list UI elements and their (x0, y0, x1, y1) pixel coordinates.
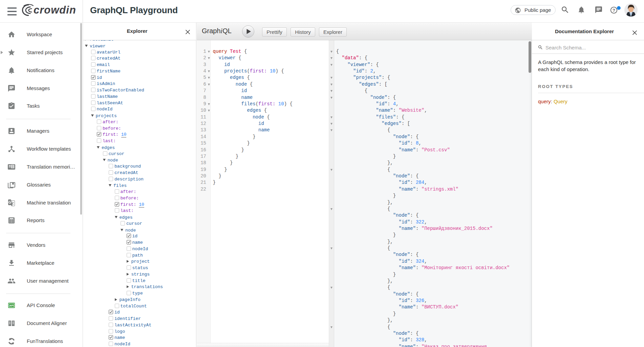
svg-text:API: API (9, 304, 14, 307)
svg-text:?: ? (613, 8, 615, 13)
